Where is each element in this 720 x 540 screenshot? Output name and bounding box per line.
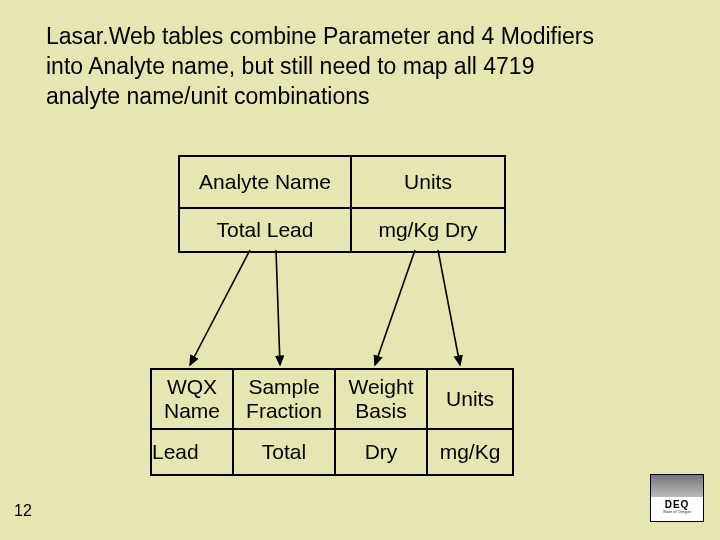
- bot-header-units: Units: [427, 369, 513, 429]
- bot-header-weight: WeightBasis: [335, 369, 427, 429]
- top-cell-units: mg/Kg Dry: [351, 208, 505, 252]
- logo-sub: State of Oregon: [651, 510, 703, 514]
- svg-line-2: [375, 250, 415, 365]
- bot-cell-wqx: Lead: [151, 429, 233, 475]
- bottom-table: WQXName SampleFraction WeightBasis Units…: [150, 368, 514, 476]
- deq-logo: DEQ State of Oregon: [650, 474, 704, 522]
- bot-cell-weight: Dry: [335, 429, 427, 475]
- top-cell-analyte: Total Lead: [179, 208, 351, 252]
- svg-line-1: [276, 250, 280, 365]
- svg-line-0: [190, 250, 250, 365]
- bot-header-sample: SampleFraction: [233, 369, 335, 429]
- top-table: Analyte Name Units Total Lead mg/Kg Dry: [178, 155, 506, 253]
- bot-cell-sample: Total: [233, 429, 335, 475]
- page-number: 12: [14, 502, 32, 520]
- bot-cell-units: mg/Kg: [427, 429, 513, 475]
- top-header-units: Units: [351, 156, 505, 208]
- top-header-analyte: Analyte Name: [179, 156, 351, 208]
- bot-header-wqx: WQXName: [151, 369, 233, 429]
- slide-title: Lasar.Web tables combine Parameter and 4…: [46, 22, 606, 112]
- svg-line-3: [438, 250, 460, 365]
